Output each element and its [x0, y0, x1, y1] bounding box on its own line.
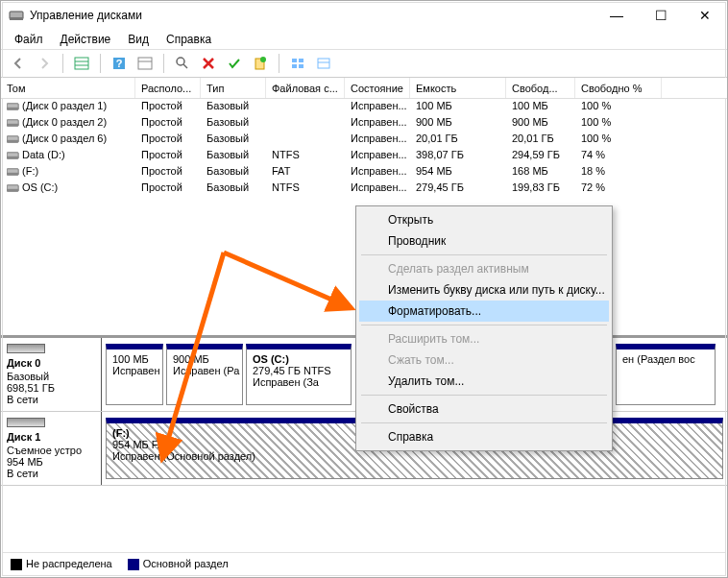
titlebar: Управление дисками — ☐ ✕ [1, 1, 727, 30]
toolbar: ? [1, 49, 727, 78]
svg-point-9 [177, 58, 184, 65]
context-format[interactable]: Форматировать... [359, 301, 609, 322]
cell: 168 МБ [506, 164, 575, 181]
disk-1-label: Диск 1 [7, 431, 95, 443]
close-button[interactable]: ✕ [683, 1, 727, 30]
context-explorer[interactable]: Проводник [359, 230, 609, 252]
cell: 100 МБ [410, 99, 506, 115]
volume-row[interactable]: Data (D:)ПростойБазовыйNTFSИсправен...39… [1, 148, 727, 164]
search-icon[interactable] [171, 52, 194, 75]
svg-rect-30 [7, 189, 18, 191]
svg-point-12 [260, 57, 266, 62]
cell: Базовый [201, 99, 266, 115]
disk-0-info[interactable]: Диск 0 Базовый 698,51 ГБ В сети [1, 338, 102, 411]
context-delete[interactable]: Удалить том... [359, 371, 609, 392]
menu-view[interactable]: Вид [120, 31, 157, 48]
cell: 100 % [575, 99, 662, 115]
svg-rect-15 [292, 64, 297, 68]
context-shrink: Сжать том... [359, 349, 609, 371]
cell: Простой [135, 115, 201, 132]
disk-0-label: Диск 0 [7, 357, 95, 369]
column-header-c1[interactable]: Располо... [135, 78, 201, 98]
disk-0-region-0[interactable]: 100 МБИсправен [106, 344, 163, 405]
new-icon[interactable] [249, 52, 272, 75]
volume-row[interactable]: (Диск 0 раздел 1)ПростойБазовыйИсправен.… [1, 99, 727, 115]
disk-icon [7, 344, 45, 353]
window-title: Управление дисками [30, 9, 595, 22]
menu-action[interactable]: Действие [53, 31, 119, 48]
legend-primary: Основной раздел [128, 558, 229, 570]
cell: 199,83 ГБ [506, 181, 575, 197]
region-state: Исправен (Основной раздел) [112, 450, 716, 462]
volume-row[interactable]: (Диск 0 раздел 6)ПростойБазовыйИсправен.… [1, 132, 727, 148]
legend: Не распределена Основной раздел [3, 552, 725, 575]
menubar: Файл Действие Вид Справка [1, 30, 727, 49]
svg-rect-26 [7, 157, 18, 158]
volume-row[interactable]: OS (C:)ПростойБазовыйNTFSИсправен...279,… [1, 181, 727, 197]
grid-icon[interactable] [286, 52, 309, 75]
volume-row[interactable]: (F:)ПростойБазовыйFATИсправен...954 МБ16… [1, 164, 727, 181]
column-header-c5[interactable]: Емкость [410, 78, 506, 98]
context-extend: Расширить том... [359, 328, 609, 349]
cell: 74 % [575, 148, 662, 164]
back-button[interactable] [7, 52, 30, 75]
list-icon[interactable] [133, 52, 157, 75]
column-header-c7[interactable]: Свободно % [575, 78, 662, 98]
cell: Исправен... [345, 99, 410, 115]
context-properties[interactable]: Свойства [359, 398, 609, 420]
cell: 954 МБ [410, 164, 506, 181]
cell: 72 % [575, 181, 662, 197]
svg-rect-24 [7, 140, 18, 142]
cell: (F:) [1, 164, 135, 181]
disk-1-info[interactable]: Диск 1 Съемное устро 954 МБ В сети [1, 412, 102, 485]
column-header-c2[interactable]: Тип [201, 78, 266, 98]
minimize-button[interactable]: — [595, 1, 639, 30]
context-change-letter[interactable]: Изменить букву диска или путь к диску... [359, 279, 609, 301]
maximize-button[interactable]: ☐ [639, 1, 683, 30]
column-header-c6[interactable]: Свобод... [506, 78, 575, 98]
context-help[interactable]: Справка [359, 426, 609, 447]
cell: 398,07 ГБ [410, 148, 506, 164]
delete-icon[interactable] [197, 52, 220, 75]
disk-0-region-1[interactable]: 900 МБИсправен (Ра [166, 344, 243, 405]
svg-rect-28 [7, 173, 18, 175]
disk-1-type: Съемное устро [7, 445, 95, 456]
cell: NTFS [266, 148, 345, 164]
help-icon[interactable]: ? [108, 52, 131, 75]
cell: FAT [266, 164, 345, 181]
cell [266, 132, 345, 148]
svg-rect-22 [7, 124, 18, 126]
volume-row[interactable]: (Диск 0 раздел 2)ПростойБазовыйИсправен.… [1, 115, 727, 132]
region-size: 100 МБ [112, 353, 157, 365]
cell: (Диск 0 раздел 6) [1, 132, 135, 148]
menu-file[interactable]: Файл [7, 31, 51, 48]
cell [266, 99, 345, 115]
cell: Простой [135, 148, 201, 164]
cell: Исправен... [345, 164, 410, 181]
region-state: Исправен (За [253, 376, 345, 388]
menu-help[interactable]: Справка [158, 31, 219, 48]
svg-rect-13 [292, 59, 297, 62]
forward-button[interactable] [33, 52, 56, 75]
disk-0-region-2[interactable]: OS (C:)279,45 ГБ NTFSИсправен (За [246, 344, 352, 405]
region-size: 279,45 ГБ NTFS [253, 365, 345, 376]
cell: Data (D:) [1, 148, 135, 164]
disk-management-window: Управление дисками — ☐ ✕ Файл Действие В… [0, 0, 728, 578]
details-icon[interactable] [312, 52, 335, 75]
cell: (Диск 0 раздел 2) [1, 115, 135, 132]
column-header-c0[interactable]: Том [1, 78, 135, 98]
disk-1-size: 954 МБ [7, 456, 95, 468]
app-icon [9, 8, 24, 23]
cell: Исправен... [345, 115, 410, 132]
cell: 18 % [575, 164, 662, 181]
context-open[interactable]: Открыть [359, 209, 609, 230]
column-header-c3[interactable]: Файловая с... [266, 78, 345, 98]
check-icon[interactable] [223, 52, 246, 75]
column-headers: ТомРасполо...ТипФайловая с...СостояниеЕм… [1, 78, 727, 99]
disk-icon [7, 418, 45, 427]
cell: 294,59 ГБ [506, 148, 575, 164]
column-header-c4[interactable]: Состояние [345, 78, 410, 98]
cell: 100 МБ [506, 99, 575, 115]
disk-0-region-3[interactable]: ен (Раздел вос [616, 344, 716, 405]
table-icon[interactable] [70, 52, 93, 75]
